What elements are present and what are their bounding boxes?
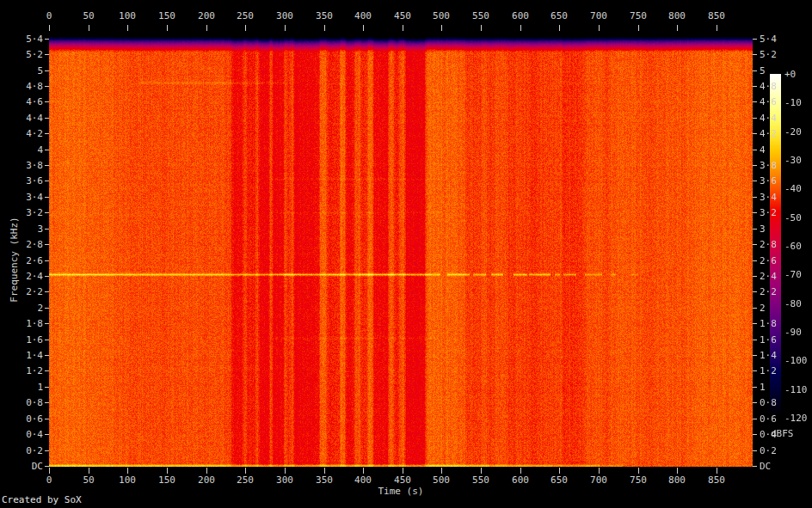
y-axis-tick-label-right: 1·2 <box>760 365 777 376</box>
y-axis-tick-right <box>753 229 757 230</box>
x-axis-tick-label-bottom: 450 <box>385 474 420 486</box>
colorbar-tick-label: -50 <box>784 212 802 223</box>
y-axis-tick-label-right: 5·2 <box>760 49 777 60</box>
y-axis-tick-label-left: 4·8 <box>5 81 43 92</box>
x-axis-tick-label-bottom: 350 <box>307 474 341 486</box>
y-axis-tick-label-left: 3·4 <box>5 192 43 203</box>
y-axis-tick-label-right: DC <box>760 461 771 472</box>
y-axis-tick-left <box>45 308 49 309</box>
x-axis-tick-label-bottom: 750 <box>621 474 655 486</box>
x-axis-tick-top <box>285 25 286 31</box>
x-axis-tick-top <box>127 25 128 31</box>
x-axis-tick-bottom <box>167 468 168 474</box>
x-axis-tick-label-top: 0 <box>32 10 66 21</box>
y-axis-tick-label-right: 3 <box>760 223 766 235</box>
y-axis-tick-label-left: 4 <box>5 144 43 156</box>
y-axis-tick-right <box>753 402 757 403</box>
y-axis-tick-left <box>45 370 49 371</box>
x-axis-tick-label-top: 700 <box>581 10 616 21</box>
x-axis-tick-top <box>520 25 521 31</box>
y-axis-tick-label-right: 4 <box>760 144 766 156</box>
y-axis-tick-left <box>45 86 49 87</box>
y-axis-tick-right <box>753 244 757 245</box>
y-axis-tick-left <box>45 54 49 55</box>
y-axis-tick-right <box>753 419 757 419</box>
x-axis-tick-bottom <box>520 468 521 474</box>
y-axis-tick-label-right: 0·8 <box>760 397 777 408</box>
y-axis-tick-left <box>45 212 49 213</box>
y-axis-tick-label-right: 2 <box>760 303 766 314</box>
x-axis-tick-bottom <box>363 468 364 474</box>
y-axis-tick-left <box>45 229 49 230</box>
x-axis-tick-top <box>441 25 442 31</box>
y-axis-tick-right <box>753 118 757 119</box>
y-axis-tick-label-right: 1 <box>760 382 766 393</box>
y-axis-tick-label-right: 3·2 <box>760 207 777 218</box>
y-axis-tick-left <box>45 419 49 419</box>
x-axis-tick-top <box>245 25 246 31</box>
y-axis-tick-label-right: 2·6 <box>760 255 777 266</box>
x-axis-tick-top <box>638 25 639 31</box>
x-axis-tick-label-bottom: 800 <box>660 474 694 486</box>
x-axis-tick-bottom <box>285 468 286 474</box>
y-axis-tick-left <box>45 39 49 40</box>
y-axis-tick-label-left: 5·4 <box>5 34 43 45</box>
y-axis-tick-right <box>753 323 757 324</box>
x-axis-tick-label-bottom: 600 <box>503 474 538 486</box>
y-axis-tick-label-left: 5 <box>5 65 43 77</box>
y-axis-tick-right <box>753 70 757 71</box>
x-axis-tick-top <box>717 25 717 31</box>
y-axis-tick-right <box>753 308 757 309</box>
y-axis-tick-right <box>753 181 757 181</box>
y-axis-tick-left <box>45 434 49 435</box>
x-axis-tick-label-bottom: 650 <box>542 474 576 486</box>
x-axis-tick-top <box>599 25 600 31</box>
y-axis-tick-right <box>753 355 757 356</box>
y-axis-tick-label-left: 1·4 <box>5 350 43 361</box>
y-axis-tick-right <box>753 165 757 166</box>
y-axis-tick-left <box>45 323 49 324</box>
y-axis-tick-label-right: 3·6 <box>760 175 777 187</box>
x-axis-tick-top <box>481 25 482 31</box>
sox-spectrogram-window: 0050501001001501502002002502503003003503… <box>0 0 812 508</box>
y-axis-tick-label-right: 2·8 <box>760 239 777 250</box>
spectrogram-heatmap-canvas <box>49 33 753 467</box>
x-axis-tick-bottom <box>717 468 717 474</box>
colorbar-tick-label: -80 <box>784 298 802 309</box>
colorbar-tick-label: -10 <box>784 97 802 108</box>
y-axis-tick-right <box>753 434 757 435</box>
x-axis-tick-label-bottom: 400 <box>346 474 380 486</box>
y-axis-tick-label-left: 5·2 <box>5 49 43 60</box>
y-axis-tick-left <box>45 133 49 134</box>
y-axis-tick-right <box>753 387 757 388</box>
y-axis-tick-label-right: 3·4 <box>760 192 777 203</box>
x-axis-tick-bottom <box>638 468 639 474</box>
x-axis-tick-bottom <box>599 468 600 474</box>
y-axis-tick-left <box>45 450 49 451</box>
x-axis-tick-label-top: 350 <box>307 10 341 21</box>
y-axis-tick-left <box>45 260 49 261</box>
y-axis-tick-right <box>753 276 757 277</box>
x-axis-tick-label-top: 500 <box>424 10 458 21</box>
y-axis-tick-label-left: 0·6 <box>5 413 43 425</box>
created-by-sox-credit: Created by SoX <box>2 494 82 505</box>
y-axis-tick-label-left: 1·8 <box>5 318 43 329</box>
y-axis-tick-right <box>753 197 757 198</box>
colorbar-tick-label: -70 <box>784 269 802 280</box>
y-axis-tick-label-right: 2·2 <box>760 286 777 297</box>
y-axis-tick-label-right: 5·4 <box>760 34 777 45</box>
y-axis-tick-label-right: 4·4 <box>760 113 777 124</box>
x-axis-tick-bottom <box>559 468 560 474</box>
x-axis-tick-top <box>49 25 50 31</box>
y-axis-tick-right <box>753 212 757 213</box>
y-axis-tick-label-right: 1·8 <box>760 318 777 329</box>
x-axis-tick-label-top: 800 <box>660 10 694 21</box>
x-axis-tick-label-bottom: 550 <box>464 474 498 486</box>
x-axis-tick-top <box>559 25 560 31</box>
y-axis-tick-left <box>45 276 49 277</box>
y-axis-tick-label-right: 0·2 <box>760 445 777 456</box>
x-axis-tick-label-top: 850 <box>699 10 734 21</box>
colorbar-tick-label: -40 <box>784 183 802 194</box>
y-axis-tick-right <box>753 86 757 87</box>
x-axis-tick-top <box>363 25 364 31</box>
